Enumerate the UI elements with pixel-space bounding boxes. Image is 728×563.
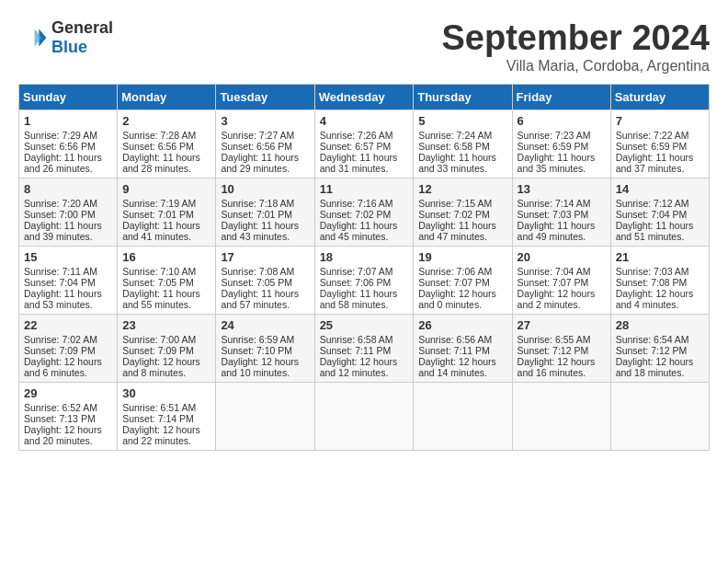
day-of-week-header: Monday bbox=[118, 85, 216, 110]
sunset-text: Sunset: 6:58 PM bbox=[418, 141, 506, 152]
sunset-text: Sunset: 6:59 PM bbox=[518, 141, 606, 152]
sunrise-text: Sunrise: 6:56 AM bbox=[418, 334, 506, 345]
calendar-cell: 18Sunrise: 7:07 AMSunset: 7:06 PMDayligh… bbox=[314, 247, 414, 315]
logo-text-general: General bbox=[51, 18, 113, 37]
sunset-text: Sunset: 7:01 PM bbox=[122, 209, 210, 220]
day-of-week-header: Sunday bbox=[19, 85, 118, 110]
sunset-text: Sunset: 7:11 PM bbox=[320, 345, 409, 356]
calendar-cell: 7Sunrise: 7:22 AMSunset: 6:59 PMDaylight… bbox=[610, 110, 709, 178]
daylight-text: Daylight: 12 hours and 6 minutes. bbox=[24, 356, 112, 378]
sunrise-text: Sunrise: 6:59 AM bbox=[221, 334, 309, 345]
sunrise-text: Sunrise: 7:20 AM bbox=[24, 198, 112, 209]
daylight-text: Daylight: 11 hours and 39 minutes. bbox=[24, 220, 112, 242]
logo: General Blue bbox=[18, 18, 113, 57]
daylight-text: Daylight: 11 hours and 26 minutes. bbox=[24, 152, 112, 174]
calendar-cell: 10Sunrise: 7:18 AMSunset: 7:01 PMDayligh… bbox=[216, 178, 314, 247]
daylight-text: Daylight: 11 hours and 49 minutes. bbox=[518, 220, 606, 242]
day-number: 16 bbox=[122, 250, 210, 264]
sunrise-text: Sunrise: 7:16 AM bbox=[320, 198, 409, 209]
calendar-cell: 8Sunrise: 7:20 AMSunset: 7:00 PMDaylight… bbox=[19, 178, 118, 247]
sunset-text: Sunset: 6:56 PM bbox=[24, 141, 112, 152]
calendar-table: SundayMondayTuesdayWednesdayThursdayFrid… bbox=[18, 84, 710, 451]
sunrise-text: Sunrise: 7:02 AM bbox=[24, 334, 112, 345]
sunset-text: Sunset: 7:09 PM bbox=[24, 345, 112, 356]
calendar-cell: 2Sunrise: 7:28 AMSunset: 6:56 PMDaylight… bbox=[118, 110, 216, 178]
calendar-cell: 12Sunrise: 7:15 AMSunset: 7:02 PMDayligh… bbox=[414, 178, 512, 247]
calendar-cell: 6Sunrise: 7:23 AMSunset: 6:59 PMDaylight… bbox=[512, 110, 610, 178]
sunset-text: Sunset: 7:05 PM bbox=[221, 277, 309, 288]
sunrise-text: Sunrise: 6:54 AM bbox=[616, 334, 704, 345]
sunset-text: Sunset: 7:07 PM bbox=[518, 277, 606, 288]
daylight-text: Daylight: 11 hours and 55 minutes. bbox=[122, 288, 210, 310]
sunset-text: Sunset: 6:59 PM bbox=[616, 141, 704, 152]
sunset-text: Sunset: 7:04 PM bbox=[616, 209, 704, 220]
daylight-text: Daylight: 12 hours and 20 minutes. bbox=[24, 424, 112, 446]
day-number: 26 bbox=[418, 318, 506, 332]
calendar-cell: 29Sunrise: 6:52 AMSunset: 7:13 PMDayligh… bbox=[19, 383, 118, 451]
day-number: 24 bbox=[221, 318, 309, 332]
calendar-cell: 9Sunrise: 7:19 AMSunset: 7:01 PMDaylight… bbox=[118, 178, 216, 247]
day-number: 13 bbox=[518, 182, 606, 196]
sunset-text: Sunset: 7:12 PM bbox=[616, 345, 704, 356]
daylight-text: Daylight: 12 hours and 2 minutes. bbox=[518, 288, 606, 310]
sunset-text: Sunset: 7:14 PM bbox=[122, 413, 210, 424]
calendar-cell: 26Sunrise: 6:56 AMSunset: 7:11 PMDayligh… bbox=[414, 315, 512, 383]
sunset-text: Sunset: 7:12 PM bbox=[518, 345, 606, 356]
sunrise-text: Sunrise: 7:04 AM bbox=[518, 266, 606, 277]
daylight-text: Daylight: 12 hours and 18 minutes. bbox=[616, 356, 704, 378]
calendar-cell bbox=[414, 383, 512, 451]
day-number: 18 bbox=[320, 250, 409, 264]
sunrise-text: Sunrise: 7:15 AM bbox=[418, 198, 506, 209]
calendar-cell: 22Sunrise: 7:02 AMSunset: 7:09 PMDayligh… bbox=[19, 315, 118, 383]
day-number: 21 bbox=[616, 250, 704, 264]
calendar-cell: 19Sunrise: 7:06 AMSunset: 7:07 PMDayligh… bbox=[414, 247, 512, 315]
sunset-text: Sunset: 7:05 PM bbox=[122, 277, 210, 288]
daylight-text: Daylight: 12 hours and 14 minutes. bbox=[418, 356, 506, 378]
calendar-cell bbox=[314, 383, 414, 451]
daylight-text: Daylight: 12 hours and 22 minutes. bbox=[122, 424, 210, 446]
day-of-week-header: Wednesday bbox=[314, 85, 414, 110]
sunrise-text: Sunrise: 7:10 AM bbox=[122, 266, 210, 277]
daylight-text: Daylight: 11 hours and 41 minutes. bbox=[122, 220, 210, 242]
day-number: 23 bbox=[122, 318, 210, 332]
day-of-week-header: Saturday bbox=[610, 85, 709, 110]
daylight-text: Daylight: 11 hours and 58 minutes. bbox=[320, 288, 409, 310]
daylight-text: Daylight: 12 hours and 4 minutes. bbox=[616, 288, 704, 310]
calendar-cell: 1Sunrise: 7:29 AMSunset: 6:56 PMDaylight… bbox=[19, 110, 118, 178]
calendar-cell bbox=[216, 383, 314, 451]
day-number: 3 bbox=[221, 114, 309, 128]
sunrise-text: Sunrise: 7:14 AM bbox=[518, 198, 606, 209]
day-number: 8 bbox=[24, 182, 112, 196]
daylight-text: Daylight: 12 hours and 16 minutes. bbox=[518, 356, 606, 378]
sunrise-text: Sunrise: 7:00 AM bbox=[122, 334, 210, 345]
calendar-cell: 5Sunrise: 7:24 AMSunset: 6:58 PMDaylight… bbox=[414, 110, 512, 178]
day-number: 5 bbox=[418, 114, 506, 128]
sunrise-text: Sunrise: 7:07 AM bbox=[320, 266, 409, 277]
daylight-text: Daylight: 12 hours and 12 minutes. bbox=[320, 356, 409, 378]
sunrise-text: Sunrise: 7:23 AM bbox=[518, 130, 606, 141]
day-number: 7 bbox=[616, 114, 704, 128]
day-number: 25 bbox=[320, 318, 409, 332]
sunrise-text: Sunrise: 7:28 AM bbox=[122, 130, 210, 141]
calendar-cell: 21Sunrise: 7:03 AMSunset: 7:08 PMDayligh… bbox=[610, 247, 709, 315]
daylight-text: Daylight: 11 hours and 51 minutes. bbox=[616, 220, 704, 242]
calendar-cell: 30Sunrise: 6:51 AMSunset: 7:14 PMDayligh… bbox=[118, 383, 216, 451]
calendar-cell: 3Sunrise: 7:27 AMSunset: 6:56 PMDaylight… bbox=[216, 110, 314, 178]
sunrise-text: Sunrise: 7:24 AM bbox=[418, 130, 506, 141]
sunrise-text: Sunrise: 7:22 AM bbox=[616, 130, 704, 141]
day-number: 29 bbox=[24, 386, 112, 400]
daylight-text: Daylight: 12 hours and 10 minutes. bbox=[221, 356, 309, 378]
sunset-text: Sunset: 7:11 PM bbox=[418, 345, 506, 356]
daylight-text: Daylight: 11 hours and 57 minutes. bbox=[221, 288, 309, 310]
sunset-text: Sunset: 7:13 PM bbox=[24, 413, 112, 424]
calendar-cell: 25Sunrise: 6:58 AMSunset: 7:11 PMDayligh… bbox=[314, 315, 414, 383]
daylight-text: Daylight: 12 hours and 8 minutes. bbox=[122, 356, 210, 378]
daylight-text: Daylight: 12 hours and 0 minutes. bbox=[418, 288, 506, 310]
sunset-text: Sunset: 7:08 PM bbox=[616, 277, 704, 288]
day-number: 15 bbox=[24, 250, 112, 264]
calendar-cell: 4Sunrise: 7:26 AMSunset: 6:57 PMDaylight… bbox=[314, 110, 414, 178]
sunset-text: Sunset: 7:04 PM bbox=[24, 277, 112, 288]
sunset-text: Sunset: 7:02 PM bbox=[418, 209, 506, 220]
calendar-cell: 13Sunrise: 7:14 AMSunset: 7:03 PMDayligh… bbox=[512, 178, 610, 247]
day-of-week-header: Thursday bbox=[414, 85, 512, 110]
